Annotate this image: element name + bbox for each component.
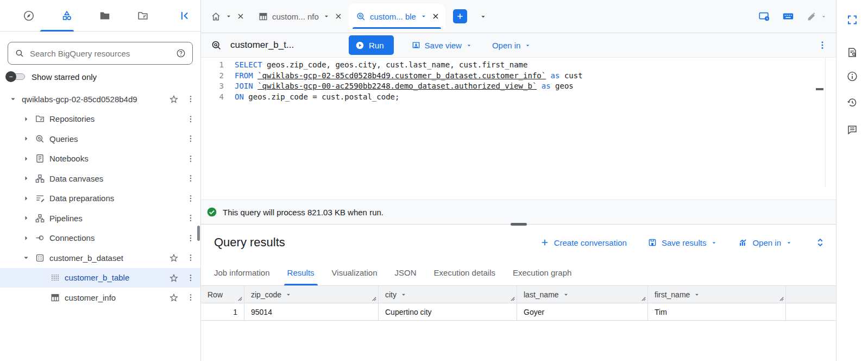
more-actions-icon[interactable] xyxy=(186,154,195,163)
star-icon[interactable] xyxy=(169,94,179,104)
sidebar-scrollbar[interactable] xyxy=(197,226,200,241)
explorer-compass-icon[interactable] xyxy=(10,0,48,31)
help-icon[interactable] xyxy=(176,48,186,58)
tree-item-queries[interactable]: Queries xyxy=(0,129,200,149)
caret-down-icon[interactable] xyxy=(8,94,18,104)
new-tab-button[interactable] xyxy=(453,9,467,23)
caret-right-icon[interactable] xyxy=(21,114,32,124)
tree-item-connections[interactable]: Connections xyxy=(0,228,200,248)
info-icon[interactable] xyxy=(847,71,858,82)
results-open-in-button[interactable]: Open in xyxy=(738,238,792,247)
sort-caret-icon[interactable] xyxy=(562,291,570,298)
results-tab-visualization[interactable]: Visualization xyxy=(323,259,386,285)
editor-tab-table[interactable]: custom... nfo xyxy=(250,4,348,29)
column-header-row[interactable]: Row xyxy=(201,286,244,303)
editor-scrollbar-thumb[interactable] xyxy=(816,88,823,90)
close-tab-icon[interactable] xyxy=(334,12,343,21)
repository-folder-icon[interactable] xyxy=(124,0,162,31)
column-header-city[interactable]: city xyxy=(379,286,517,303)
expand-results-icon[interactable] xyxy=(815,238,825,247)
caret-right-icon[interactable] xyxy=(21,154,32,164)
save-view-button[interactable]: Save view xyxy=(411,40,473,50)
tab-overflow-caret-icon[interactable] xyxy=(479,13,487,21)
more-actions-icon[interactable] xyxy=(186,273,195,282)
more-actions-icon[interactable] xyxy=(186,95,195,103)
sort-caret-icon[interactable] xyxy=(693,291,701,298)
tab-caret-icon[interactable] xyxy=(420,13,427,20)
sort-caret-icon[interactable] xyxy=(400,291,407,298)
caret-down-icon[interactable] xyxy=(21,253,32,263)
results-tab-execution-details[interactable]: Execution details xyxy=(425,259,504,285)
column-header-last_name[interactable]: last_name xyxy=(517,286,648,303)
save-results-button[interactable]: Save results xyxy=(647,238,718,247)
sql-code-editor[interactable]: 1SELECT geos.zip_code, geos.city, cust.l… xyxy=(201,58,836,200)
more-actions-icon[interactable] xyxy=(186,214,195,222)
sort-caret-icon[interactable] xyxy=(285,291,292,298)
more-actions-icon[interactable] xyxy=(186,134,195,143)
star-icon[interactable] xyxy=(169,253,179,263)
results-tab-job-information[interactable]: Job information xyxy=(205,259,279,285)
editor-tab-query[interactable]: custom... ble xyxy=(348,4,445,29)
search-bigquery-resources[interactable] xyxy=(8,42,193,65)
run-button[interactable]: Run xyxy=(349,35,394,55)
ai-caret-icon xyxy=(820,13,827,20)
keyboard-shortcuts-icon[interactable] xyxy=(782,10,794,22)
column-header-zip_code[interactable]: zip_code xyxy=(244,286,379,303)
close-tab-icon[interactable] xyxy=(431,12,440,21)
editor-tab-home[interactable] xyxy=(203,4,250,29)
comment-icon[interactable] xyxy=(847,124,858,135)
tree-item-data-canvases[interactable]: Data canvases xyxy=(0,169,200,189)
tree-item-notebooks[interactable]: Notebooks xyxy=(0,149,200,169)
studio-shapes-icon[interactable] xyxy=(48,0,86,31)
column-resize-handle[interactable] xyxy=(510,296,515,302)
more-actions-icon[interactable] xyxy=(186,234,195,242)
tree-item-customer-b-table[interactable]: customer_b_table xyxy=(0,268,200,288)
more-actions-icon[interactable] xyxy=(186,174,195,183)
more-actions-icon[interactable] xyxy=(186,194,195,203)
tab-caret-icon[interactable] xyxy=(323,13,330,20)
history-icon[interactable] xyxy=(847,97,858,108)
close-tab-icon[interactable] xyxy=(236,12,245,21)
tree-item-customer-b-dataset[interactable]: customer_b_dataset xyxy=(0,248,200,268)
tree-item-qwiklabs-gcp-02-85cd0528b4d9[interactable]: qwiklabs-gcp-02-85cd0528b4d9 xyxy=(0,89,200,109)
star-icon[interactable] xyxy=(169,292,179,302)
folder-icon[interactable] xyxy=(86,0,124,31)
editor-more-menu-icon[interactable] xyxy=(817,40,827,50)
column-header-first_name[interactable]: first_name xyxy=(648,286,786,303)
split-drag-handle[interactable] xyxy=(511,223,527,226)
caret-right-icon[interactable] xyxy=(21,213,32,223)
screen-schedule-icon[interactable] xyxy=(758,10,770,22)
column-resize-handle[interactable] xyxy=(640,296,646,302)
document-search-icon[interactable] xyxy=(847,47,858,58)
caret-right-icon[interactable] xyxy=(21,173,32,183)
more-actions-icon[interactable] xyxy=(186,115,195,123)
create-conversation-button[interactable]: Create conversation xyxy=(540,238,627,247)
open-in-button[interactable]: Open in xyxy=(492,41,532,50)
results-tab-results[interactable]: Results xyxy=(279,259,323,285)
tree-item-repositories[interactable]: Repositories xyxy=(0,109,200,129)
tab-caret-icon[interactable] xyxy=(225,13,232,20)
collapse-panel-icon[interactable] xyxy=(179,10,191,22)
results-table: Rowzip_codecitylast_namefirst_name 19501… xyxy=(201,286,836,321)
column-resize-handle[interactable] xyxy=(237,296,243,302)
fullscreen-icon[interactable] xyxy=(847,14,858,26)
star-icon[interactable] xyxy=(169,273,179,283)
show-starred-toggle[interactable]: − xyxy=(5,71,27,82)
results-tab-execution-graph[interactable]: Execution graph xyxy=(504,259,580,285)
ai-assist-group[interactable] xyxy=(806,10,827,22)
more-actions-icon[interactable] xyxy=(186,293,195,302)
tree-item-pipelines[interactable]: Pipelines xyxy=(0,208,200,228)
tree-item-customer-info[interactable]: customer_info xyxy=(0,288,200,308)
results-tab-json[interactable]: JSON xyxy=(386,259,425,285)
editor-scrollbar-track[interactable] xyxy=(825,58,826,188)
search-input[interactable] xyxy=(30,49,171,58)
caret-right-icon[interactable] xyxy=(21,134,32,144)
column-resize-handle[interactable] xyxy=(778,296,784,302)
more-actions-icon[interactable] xyxy=(186,253,195,262)
table-row[interactable]: 195014Cupertino cityGoyerTim xyxy=(201,303,836,321)
tree-item-data-preparations[interactable]: Data preparations xyxy=(0,189,200,209)
column-resize-handle[interactable] xyxy=(371,296,377,302)
caret-right-icon[interactable] xyxy=(21,194,32,203)
caret-right-icon[interactable] xyxy=(21,233,32,243)
query-magnifier-icon xyxy=(35,134,45,144)
